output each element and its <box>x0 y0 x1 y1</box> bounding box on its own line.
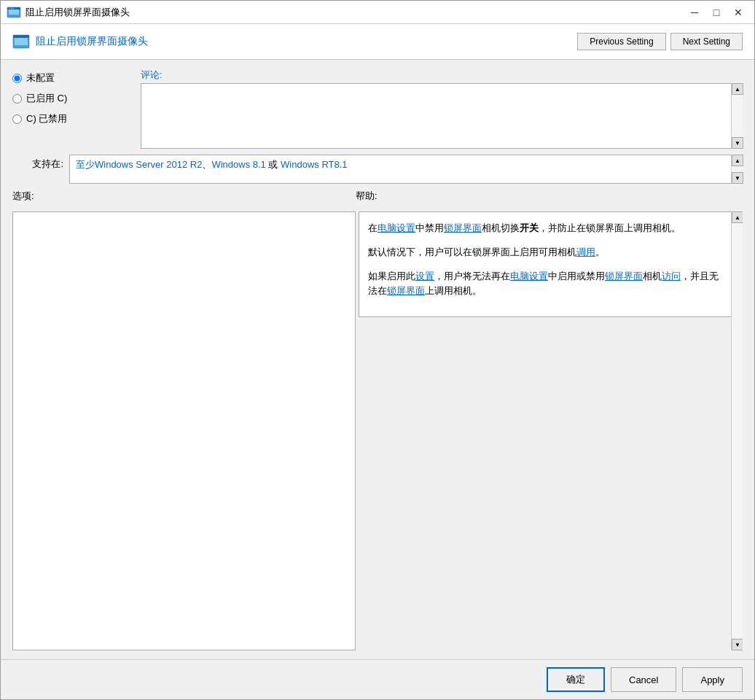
minimize-button[interactable]: ─ <box>684 2 705 23</box>
supported-section: 支持在: 至少Windows Server 2012 R2、Windows 8.… <box>12 155 743 184</box>
help-scrollbar: ▲ ▼ <box>731 211 743 650</box>
close-button[interactable]: ✕ <box>728 2 748 23</box>
window-icon <box>7 5 21 20</box>
content-area: 阻止启用锁屏界面摄像头 Previous Setting Next Settin… <box>1 24 754 699</box>
radio-group: 未配置 已启用 C) C) 已禁用 <box>12 69 129 149</box>
help-link-access: 访问 <box>662 271 681 281</box>
previous-setting-button[interactable]: Previous Setting <box>577 33 665 50</box>
supported-label: 支持在: <box>12 155 63 171</box>
help-link-pc-settings-1: 电脑设置 <box>378 222 415 233</box>
help-link-lock-screen-3: 锁屏界面 <box>387 285 425 296</box>
supported-wrapper: 至少Windows Server 2012 R2、Windows 8.1 或 W… <box>69 155 743 184</box>
maximize-button[interactable]: □ <box>706 2 727 23</box>
svg-point-3 <box>9 7 10 9</box>
radio-disabled[interactable]: C) 已禁用 <box>12 112 129 125</box>
options-box[interactable] <box>12 211 356 650</box>
svg-point-4 <box>11 7 12 9</box>
title-bar: 阻止启用锁屏界面摄像头 ─ □ ✕ <box>1 1 754 24</box>
ok-button[interactable]: 确定 <box>547 667 605 692</box>
help-link-pc-settings-2: 电脑设置 <box>510 271 548 281</box>
main-window: 阻止启用锁屏界面摄像头 ─ □ ✕ 阻止启用锁屏界面摄像头 Previo <box>0 0 755 700</box>
help-paragraph-3: 如果启用此设置，用户将无法再在电脑设置中启用或禁用锁屏界面相机访问，并且无法在锁… <box>368 269 727 300</box>
footer-section: 确定 Cancel Apply <box>1 659 754 699</box>
options-label: 选项: <box>12 190 356 203</box>
help-box: 在电脑设置中禁用锁屏界面相机切换开关，并防止在锁屏界面上调用相机。 默认情况下，… <box>359 211 743 317</box>
header-left: 阻止启用锁屏界面摄像头 <box>12 33 148 50</box>
help-wrapper: 在电脑设置中禁用锁屏界面相机切换开关，并防止在锁屏界面上调用相机。 默认情况下，… <box>359 211 743 650</box>
help-link-lock-screen-1: 锁屏界面 <box>444 222 482 233</box>
help-text-content: 在电脑设置中禁用锁屏界面相机切换开关，并防止在锁屏界面上调用相机。 默认情况下，… <box>368 221 727 299</box>
svg-rect-8 <box>13 35 29 38</box>
comment-section: 评论: ▲ ▼ <box>141 69 743 149</box>
cancel-button[interactable]: Cancel <box>611 667 676 692</box>
window-controls: ─ □ ✕ <box>684 2 748 23</box>
comment-wrapper: ▲ ▼ <box>141 83 743 149</box>
window-title: 阻止启用锁屏界面摄像头 <box>26 6 684 19</box>
help-paragraph-2: 默认情况下，用户可以在锁屏界面上启用可用相机调用。 <box>368 245 727 260</box>
header-title: 阻止启用锁屏界面摄像头 <box>36 35 148 48</box>
help-link-invoke: 调用 <box>576 246 595 257</box>
comment-scrollbar: ▲ ▼ <box>731 83 743 149</box>
help-label: 帮助: <box>356 190 743 203</box>
svg-point-5 <box>12 7 14 9</box>
main-section: 未配置 已启用 C) C) 已禁用 评论: <box>1 60 754 659</box>
radio-disabled-input[interactable] <box>12 114 22 124</box>
header-buttons: Previous Setting Next Setting <box>577 33 743 50</box>
header-icon <box>12 33 30 50</box>
header-section: 阻止启用锁屏界面摄像头 Previous Setting Next Settin… <box>1 24 754 60</box>
options-help-labels: 选项: 帮助: <box>12 190 743 203</box>
next-setting-button[interactable]: Next Setting <box>670 33 743 50</box>
comment-scroll-down[interactable]: ▼ <box>732 137 743 149</box>
comment-scroll-up[interactable]: ▲ <box>732 83 743 95</box>
help-paragraph-1: 在电脑设置中禁用锁屏界面相机切换开关，并防止在锁屏界面上调用相机。 <box>368 221 727 236</box>
supported-scroll-down[interactable]: ▼ <box>732 172 743 184</box>
radio-comment-row: 未配置 已启用 C) C) 已禁用 评论: <box>12 69 743 149</box>
comment-label: 评论: <box>141 69 743 82</box>
supported-scroll-up[interactable]: ▲ <box>732 155 743 166</box>
help-bold-switch: 开关 <box>520 222 539 233</box>
help-link-setting: 设置 <box>415 271 434 281</box>
radio-enabled-input[interactable] <box>12 94 22 104</box>
radio-not-configured-input[interactable] <box>12 74 22 83</box>
options-help-boxes: 在电脑设置中禁用锁屏界面相机切换开关，并防止在锁屏界面上调用相机。 默认情况下，… <box>12 211 743 650</box>
radio-enabled[interactable]: 已启用 C) <box>12 92 129 105</box>
help-link-lock-screen-2: 锁屏界面 <box>605 271 643 281</box>
apply-button[interactable]: Apply <box>682 667 743 692</box>
supported-text: 至少Windows Server 2012 R2、Windows 8.1 或 W… <box>76 159 348 170</box>
help-scroll-track <box>732 223 743 639</box>
comment-box[interactable] <box>141 83 743 149</box>
help-scroll-up[interactable]: ▲ <box>732 211 743 223</box>
supported-scroll-track <box>732 166 743 172</box>
supported-box: 至少Windows Server 2012 R2、Windows 8.1 或 W… <box>69 155 743 184</box>
radio-not-configured[interactable]: 未配置 <box>12 71 129 85</box>
comment-scroll-track <box>732 95 743 137</box>
help-scroll-down[interactable]: ▼ <box>732 639 743 650</box>
supported-scrollbar: ▲ ▼ <box>731 155 743 184</box>
svg-rect-1 <box>9 9 19 15</box>
